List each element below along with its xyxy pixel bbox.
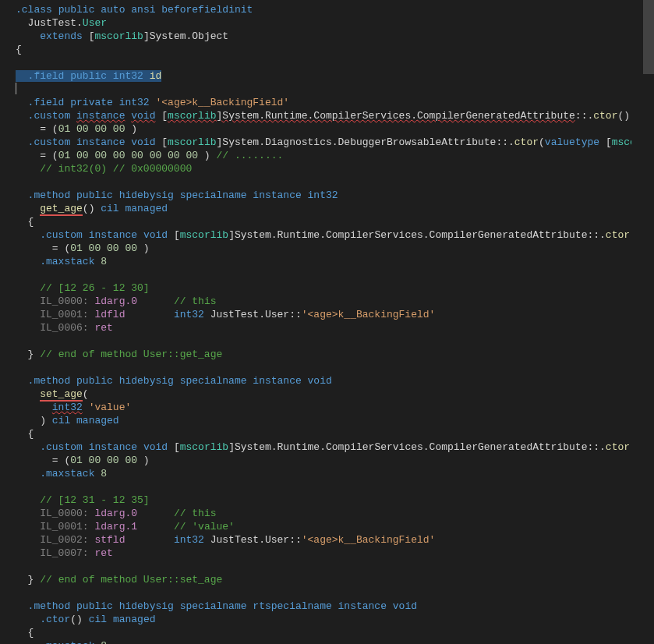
keyword: int32 — [119, 97, 150, 108]
keyword: extends — [40, 30, 83, 42]
brace: { — [16, 44, 22, 55]
keyword: public — [58, 4, 95, 16]
method-name: get_age — [40, 203, 83, 216]
directive: .method — [28, 600, 71, 612]
method-name: set_age — [40, 388, 83, 402]
directive: .field — [28, 97, 65, 108]
assembly: mscorlib — [94, 30, 143, 42]
directive: .class — [16, 4, 52, 16]
code-editor[interactable]: .class public auto ansi beforefieldinit … — [0, 0, 631, 644]
comment: // [12 31 - 12 35] — [40, 494, 149, 506]
comment: // end of method User::set_age — [40, 574, 222, 586]
keyword: private — [70, 97, 113, 108]
keyword: ansi — [131, 4, 155, 16]
directive: .custom — [28, 136, 71, 148]
comment: // [12 26 - 12 30] — [40, 282, 149, 294]
directive: .method — [28, 375, 71, 387]
keyword: void — [131, 110, 155, 122]
vertical-scrollbar[interactable] — [643, 0, 654, 644]
opcode: ldarg.0 — [94, 295, 137, 307]
scroll-thumb[interactable] — [643, 0, 654, 74]
namespace: JustTest. — [28, 17, 83, 29]
comment: // int32(0) // 0x00000000 — [40, 163, 192, 175]
directive: .custom — [28, 110, 71, 122]
brace: { — [28, 627, 34, 639]
bracket: ] — [143, 30, 150, 42]
type-name: User — [83, 17, 107, 29]
keyword: instance — [76, 110, 125, 122]
bytes: 01 00 00 00 00 00 00 00 — [58, 150, 198, 161]
brace: { — [28, 216, 34, 228]
comment: // end of method User::get_age — [40, 349, 222, 360]
il-label: IL_0000: — [40, 295, 88, 307]
keyword: beforefieldinit — [161, 4, 253, 16]
text-cursor — [16, 83, 16, 94]
brace: { — [28, 428, 34, 440]
directive: .method — [28, 189, 71, 201]
string: '<age>k__BackingField' — [155, 97, 289, 108]
type-ref: System.Runtime.CompilerServices.Compiler… — [222, 110, 574, 122]
type-ref: System.Object — [150, 30, 228, 42]
selected-text: .field public int32 id — [16, 70, 161, 82]
bytes: 01 00 00 00 — [58, 123, 125, 135]
keyword: auto — [101, 4, 125, 16]
